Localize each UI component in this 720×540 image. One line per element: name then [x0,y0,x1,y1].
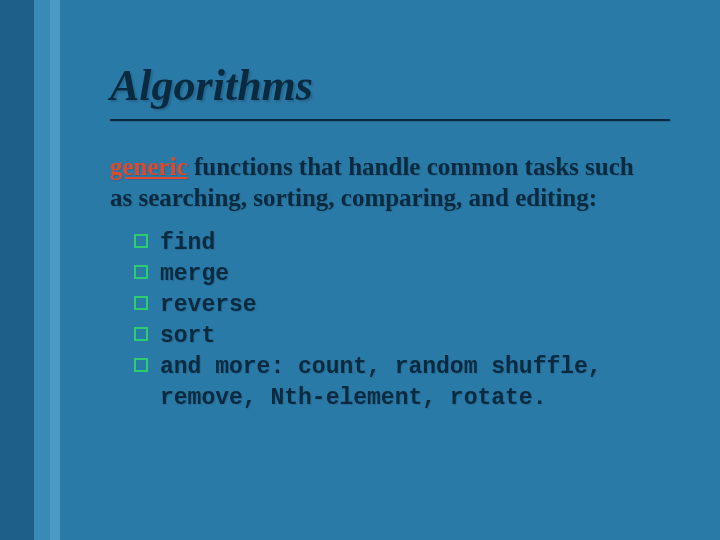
list-item: merge [134,259,660,290]
list-item: and more: count, random shuffle, remove,… [134,352,660,414]
slide: Algorithms generic functions that handle… [0,0,720,540]
list-item: find [134,228,660,259]
body-text: generic functions that handle common tas… [110,151,660,214]
bullet-list: find merge reverse sort and more: count,… [134,228,660,414]
title-underline [110,119,670,121]
list-item: sort [134,321,660,352]
slide-title: Algorithms [110,60,660,111]
list-item: reverse [134,290,660,321]
generic-keyword: generic [110,153,188,180]
body-rest: functions that handle common tasks such … [110,153,634,211]
accent-bar [0,0,68,540]
